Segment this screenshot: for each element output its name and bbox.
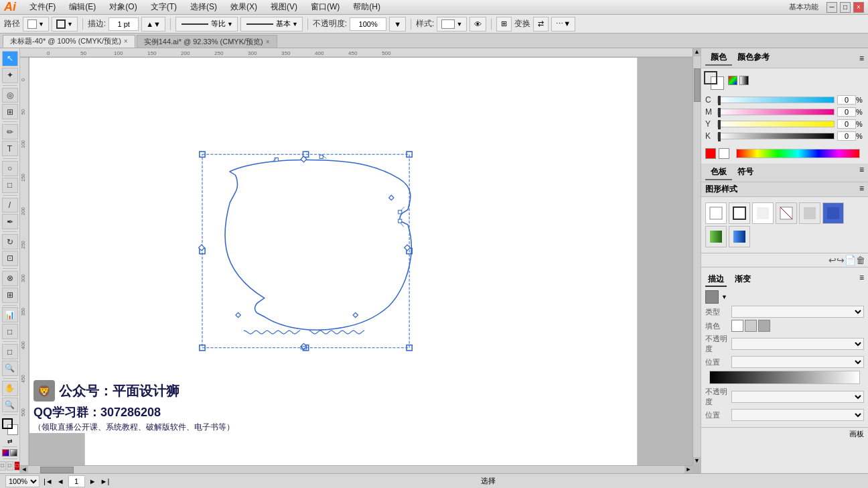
rotate-tool[interactable]: ↻ bbox=[2, 234, 18, 249]
style-2[interactable] bbox=[729, 202, 750, 224]
fill-button[interactable]: ▼ bbox=[23, 17, 49, 32]
flip-button[interactable]: ⇄ bbox=[533, 17, 549, 32]
position-select[interactable] bbox=[731, 356, 864, 368]
menu-file[interactable]: 文件(F) bbox=[25, 0, 60, 14]
swatch-tab[interactable]: 色板 bbox=[705, 165, 732, 180]
hscroll-thumb[interactable] bbox=[40, 467, 74, 473]
style-3[interactable] bbox=[752, 202, 774, 224]
text-tool[interactable]: T bbox=[2, 141, 18, 156]
menu-select[interactable]: 选择(S) bbox=[186, 0, 221, 14]
stroke-down[interactable]: ▲▼ bbox=[141, 17, 165, 32]
gradient-bar[interactable] bbox=[709, 371, 860, 384]
menu-object[interactable]: 对象(O) bbox=[105, 0, 141, 14]
final-trans-select[interactable] bbox=[731, 391, 864, 403]
menu-window[interactable]: 窗口(W) bbox=[307, 0, 344, 14]
horizontal-scrollbar[interactable]: ◄ ► bbox=[20, 465, 693, 473]
style-select[interactable]: ▼ bbox=[437, 17, 467, 32]
style-6[interactable] bbox=[822, 202, 844, 224]
scroll-up[interactable]: ▲ bbox=[693, 48, 701, 56]
eraser-tool[interactable]: □ bbox=[2, 344, 18, 359]
lasso-tool[interactable]: ◎ bbox=[2, 88, 18, 103]
scroll-right[interactable]: ► bbox=[684, 466, 693, 473]
close-button[interactable]: × bbox=[853, 2, 864, 13]
stroke-options[interactable]: ≡ bbox=[859, 273, 864, 287]
color-wheel[interactable] bbox=[728, 76, 737, 85]
opacity-input[interactable] bbox=[350, 17, 386, 31]
scroll-left[interactable]: ◄ bbox=[20, 466, 28, 473]
nav-last[interactable]: ►| bbox=[100, 477, 110, 485]
canvas-area[interactable]: 0 50 100 150 200 250 300 350 400 450 500… bbox=[20, 48, 701, 473]
zoom-tool[interactable]: 🔍 bbox=[2, 398, 18, 413]
color-tab[interactable]: 颜色 bbox=[705, 50, 732, 66]
menu-help[interactable]: 帮助(H) bbox=[349, 0, 384, 14]
full-screen-view2[interactable]: □ bbox=[14, 461, 21, 471]
stroke-tab[interactable]: 描边 bbox=[705, 273, 727, 287]
swap-colors[interactable]: ⇄ bbox=[7, 438, 13, 444]
color-mode[interactable] bbox=[2, 449, 9, 456]
c-slider[interactable] bbox=[717, 97, 835, 103]
more-button[interactable]: ⋯▼ bbox=[551, 17, 575, 32]
selection-tool[interactable]: ↖ bbox=[2, 51, 18, 66]
menu-effect[interactable]: 效果(X) bbox=[226, 0, 261, 14]
gradient-tab[interactable]: 渐变 bbox=[732, 273, 753, 287]
delete-icon[interactable]: 🗑 bbox=[856, 255, 865, 265]
y-value[interactable] bbox=[837, 119, 856, 129]
bw-mode[interactable] bbox=[10, 449, 17, 456]
symbol-tab[interactable]: 符号 bbox=[732, 165, 759, 180]
tab-1-close[interactable]: × bbox=[124, 38, 128, 45]
pencil-tool[interactable]: ✒ bbox=[2, 214, 18, 229]
new-icon[interactable]: 📄 bbox=[845, 255, 856, 265]
y-slider[interactable] bbox=[717, 121, 835, 127]
menu-edit[interactable]: 编辑(E) bbox=[65, 0, 100, 14]
fill-icon1[interactable] bbox=[731, 320, 743, 332]
k-value[interactable] bbox=[837, 131, 856, 141]
white-swatch[interactable] bbox=[719, 148, 729, 159]
style-4[interactable] bbox=[776, 202, 797, 224]
type-select[interactable] bbox=[731, 306, 864, 318]
fill-icon3[interactable] bbox=[758, 320, 770, 332]
nav-prev[interactable]: ◄ bbox=[57, 477, 64, 485]
eye-button[interactable]: 👁 bbox=[469, 17, 486, 32]
direct-selection-tool[interactable]: ✦ bbox=[2, 68, 18, 83]
transparency-select[interactable] bbox=[731, 338, 864, 350]
undo-icon[interactable]: ↩ bbox=[828, 255, 837, 265]
vertical-scrollbar[interactable]: ▲ ▼ bbox=[693, 48, 701, 465]
tab-2-close[interactable]: × bbox=[266, 38, 270, 46]
m-value[interactable] bbox=[837, 107, 856, 117]
slice-tool[interactable]: □ bbox=[2, 324, 18, 339]
scale-tool[interactable]: ⊡ bbox=[2, 251, 18, 266]
tab-1[interactable]: 未标题-40* @ 100% (CMYK/预览) × bbox=[3, 35, 135, 48]
ellipse-tool[interactable]: ○ bbox=[2, 161, 18, 176]
nav-first[interactable]: |◄ bbox=[44, 477, 53, 485]
stroke-color-box[interactable] bbox=[704, 71, 717, 84]
scroll-thumb[interactable] bbox=[694, 68, 701, 102]
stroke-swatch[interactable] bbox=[705, 290, 719, 304]
m-slider[interactable] bbox=[717, 109, 835, 115]
red-swatch[interactable] bbox=[705, 148, 716, 159]
final-pos-select[interactable] bbox=[731, 409, 864, 421]
panel-options[interactable]: ≡ bbox=[859, 54, 864, 63]
transform-button[interactable]: ⊞ bbox=[496, 17, 512, 32]
mesh-tool[interactable]: ⊞ bbox=[2, 288, 18, 303]
menu-view[interactable]: 视图(V) bbox=[267, 0, 301, 14]
color-spectrum[interactable] bbox=[736, 149, 860, 158]
style-1[interactable] bbox=[705, 202, 727, 224]
stroke-basic[interactable]: 基本 ▼ bbox=[240, 17, 303, 32]
line-tool[interactable]: / bbox=[2, 198, 18, 213]
rect-tool[interactable]: □ bbox=[2, 178, 18, 193]
color-ref-tab[interactable]: 颜色参考 bbox=[732, 50, 775, 66]
style-7[interactable] bbox=[705, 226, 727, 247]
swatch-options[interactable]: ≡ bbox=[859, 165, 864, 180]
page-input[interactable] bbox=[68, 475, 85, 487]
eyedropper-tool[interactable]: 🔍 bbox=[2, 361, 18, 376]
k-slider[interactable] bbox=[717, 133, 835, 139]
opacity-down[interactable]: ▼ bbox=[389, 17, 406, 32]
redo-icon[interactable]: ↪ bbox=[837, 255, 845, 265]
stroke-swatch-expand[interactable]: ▼ bbox=[721, 294, 727, 300]
magic-wand-tool[interactable]: ⊞ bbox=[2, 104, 18, 119]
shape-styles-options[interactable]: ≡ bbox=[859, 184, 864, 195]
full-screen-view[interactable]: □ bbox=[7, 461, 13, 471]
pen-tool[interactable]: ✏ bbox=[2, 124, 18, 139]
hand-tool[interactable]: ✋ bbox=[2, 381, 18, 396]
minimize-button[interactable]: ─ bbox=[826, 2, 837, 13]
